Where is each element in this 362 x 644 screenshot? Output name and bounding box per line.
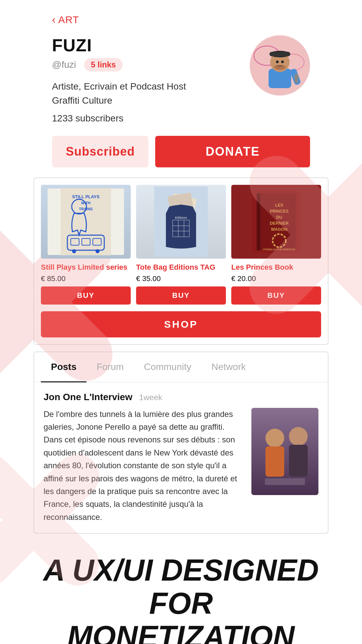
bio-line2: Graffiti Culture (52, 94, 186, 108)
profile-left: FUZI @fuzi 5 links Artiste, Ecrivain et … (52, 35, 186, 124)
avatar (250, 35, 310, 96)
post-text: De l'ombre des tunnels à la lumière des … (44, 408, 245, 524)
bottom-cta: A UX/UI DESIGNED FOR MONETIZATION (0, 534, 362, 644)
svg-text:DU: DU (276, 215, 282, 220)
post-title: Jon One L'Interview (44, 392, 132, 402)
links-badge[interactable]: 5 links (84, 58, 123, 71)
product-card-2: Editions Tote Bag Editions TAG € 35.00 B… (136, 185, 226, 305)
buy-button-3[interactable]: BUY (231, 286, 321, 305)
product-card-3: LES PRINCES DU DERNIER WAGON STANISLAS F… (231, 185, 321, 305)
svg-text:TRAINS: TRAINS (79, 207, 93, 211)
back-nav[interactable]: ‹ ART (52, 13, 310, 26)
bio-line1: Artiste, Ecrivain et Podcast Host (52, 79, 186, 94)
profile-area: ‹ ART FUZI @fuzi 5 links Artiste, Ecriva… (0, 0, 362, 167)
back-chevron-icon: ‹ (52, 13, 56, 26)
svg-rect-12 (269, 52, 290, 56)
tab-posts[interactable]: Posts (41, 352, 86, 382)
buy-button-2[interactable]: BUY (136, 286, 226, 305)
product-image-1: STILL PLAYS WITH TRAINS (41, 185, 131, 259)
profile-bio: Artiste, Ecrivain et Podcast Host Graffi… (52, 79, 186, 108)
back-label[interactable]: ART (58, 14, 79, 25)
svg-point-50 (265, 429, 284, 447)
product-title-1: Still Plays Limited series (41, 263, 131, 272)
tabs-section: Posts Forum Community Network Jon One L'… (34, 352, 328, 534)
subscribed-button[interactable]: Subscribed (52, 136, 148, 167)
profile-handle: @fuzi (52, 59, 76, 70)
post-content: De l'ombre des tunnels à la lumière des … (44, 408, 318, 524)
svg-rect-51 (265, 446, 284, 477)
svg-text:STANISLAS FUZI BARITAUX: STANISLAS FUZI BARITAUX (263, 248, 296, 251)
tab-community[interactable]: Community (134, 352, 201, 382)
svg-text:WITH: WITH (81, 201, 90, 205)
svg-point-24 (72, 249, 76, 253)
profile-header: FUZI @fuzi 5 links Artiste, Ecrivain et … (52, 35, 310, 124)
svg-point-52 (289, 427, 308, 446)
svg-text:DERNIER: DERNIER (270, 221, 289, 226)
svg-text:Editions: Editions (175, 216, 187, 219)
avatar-image (251, 36, 309, 95)
post-image (251, 408, 318, 495)
shop-section: STILL PLAYS WITH TRAINS Still Plays Limi… (34, 177, 328, 345)
product-image-2: Editions (136, 185, 226, 259)
subscriber-count: 1233 subscribers (52, 113, 186, 124)
product-image-3: LES PRINCES DU DERNIER WAGON STANISLAS F… (231, 185, 321, 259)
cta-line2: MONETIZATION (27, 620, 335, 644)
tabs-row: Posts Forum Community Network (34, 352, 328, 382)
tab-forum[interactable]: Forum (86, 352, 134, 382)
profile-name: FUZI (52, 35, 186, 55)
svg-rect-54 (265, 478, 305, 485)
svg-point-13 (276, 61, 279, 63)
product-price-1: € 85.00 (41, 274, 131, 283)
svg-text:LES: LES (275, 203, 283, 208)
svg-text:STILL PLAYS: STILL PLAYS (72, 194, 100, 199)
donate-button[interactable]: DONATE (155, 136, 310, 167)
cta-line1: A UX/UI DESIGNED FOR (27, 554, 335, 620)
product-price-3: € 20.00 (231, 274, 321, 283)
svg-rect-40 (257, 193, 260, 250)
action-buttons: Subscribed DONATE (52, 136, 310, 167)
svg-rect-53 (289, 445, 308, 477)
svg-text:PRINCES: PRINCES (270, 209, 289, 214)
product-card-1: STILL PLAYS WITH TRAINS Still Plays Limi… (41, 185, 131, 305)
product-title-3: Les Princes Book (231, 263, 321, 272)
svg-text:WAGON: WAGON (271, 227, 288, 232)
svg-point-14 (281, 61, 284, 63)
post-area: Jon One L'Interview 1week De l'ombre des… (34, 382, 328, 533)
svg-point-25 (96, 249, 100, 253)
profile-handle-row: @fuzi 5 links (52, 58, 186, 71)
product-price-2: € 35.00 (136, 274, 226, 283)
product-title-2: Tote Bag Editions TAG (136, 263, 226, 272)
svg-rect-17 (295, 73, 299, 83)
svg-point-15 (274, 65, 286, 70)
tab-network[interactable]: Network (201, 352, 256, 382)
shop-button[interactable]: SHOP (41, 311, 321, 337)
shop-products: STILL PLAYS WITH TRAINS Still Plays Limi… (41, 185, 321, 305)
post-header: Jon One L'Interview 1week (44, 392, 318, 402)
post-time: 1week (139, 393, 162, 402)
buy-button-1[interactable]: BUY (41, 286, 131, 305)
